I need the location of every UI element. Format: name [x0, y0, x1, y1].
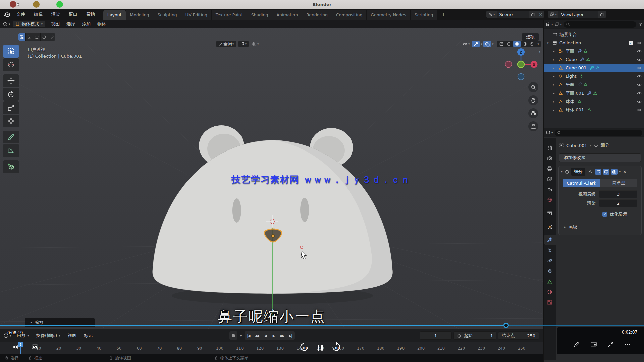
hide-eye-icon[interactable]: [637, 99, 642, 104]
outliner-editor-type-button[interactable]: ▾: [546, 22, 553, 27]
properties-tab-render[interactable]: [544, 153, 556, 163]
overlays-toggle[interactable]: [483, 41, 491, 47]
outliner-item-label[interactable]: Cube: [566, 57, 577, 62]
shading-wireframe-button[interactable]: [505, 41, 513, 47]
scene-name[interactable]: Scene: [497, 12, 529, 17]
box-select-2-button[interactable]: [33, 33, 41, 41]
keying-dropdown[interactable]: ▾: [240, 334, 242, 337]
next-keyframe-button[interactable]: ◆▶: [278, 331, 286, 340]
object-type-icon[interactable]: [558, 108, 564, 112]
jump-to-start-button[interactable]: |◀: [245, 331, 253, 340]
auto-keying-button[interactable]: [229, 331, 237, 340]
exit-fullscreen-icon[interactable]: [607, 341, 614, 348]
breadcrumb-modifier[interactable]: 细分: [601, 142, 609, 148]
circle-select-button[interactable]: [41, 33, 48, 41]
properties-tab-output[interactable]: [544, 163, 556, 174]
gizmo-x-neg-axis[interactable]: [505, 61, 512, 68]
hide-eye-icon[interactable]: [637, 74, 642, 79]
row-meshtri-icon[interactable]: [577, 99, 582, 104]
shading-rendered-button[interactable]: [529, 41, 536, 47]
pip-icon[interactable]: [590, 341, 597, 348]
blender-logo-icon[interactable]: [3, 11, 11, 17]
more-options-icon[interactable]: [624, 341, 631, 348]
outliner-row-Cube.001[interactable]: ▸ Cube.001: [544, 64, 644, 72]
row-wrench-icon[interactable]: [577, 49, 582, 53]
collection-checkbox[interactable]: ✓: [629, 41, 633, 45]
rewind-10-button[interactable]: 10: [299, 342, 309, 352]
cursor-3d-tool[interactable]: [3, 58, 19, 71]
outliner-item-label[interactable]: 平面: [566, 82, 574, 88]
tab-shading[interactable]: Shading: [247, 10, 273, 20]
row-meshtri-icon[interactable]: [583, 82, 588, 87]
object-type-icon[interactable]: [558, 66, 564, 70]
object-visibility-dropdown[interactable]: ▾: [461, 41, 471, 47]
outliner-item-label[interactable]: 球体.001: [566, 107, 584, 113]
lasso-select-button[interactable]: [48, 33, 55, 41]
field-value[interactable]: 2: [599, 199, 637, 207]
modifier-realtime-toggle[interactable]: [603, 169, 609, 175]
row-wrench-icon[interactable]: [577, 82, 582, 87]
tab-uv-editing[interactable]: UV Editing: [181, 10, 212, 20]
viewport-3d[interactable]: ▾ 物体模式▾ 视图选择添加物体 全局▾ ▾ ▾ ▾: [0, 20, 543, 329]
shading-material-button[interactable]: [521, 41, 528, 47]
properties-tab-constraints[interactable]: [544, 266, 556, 276]
viewlayer-copy-button[interactable]: [598, 11, 606, 18]
notes-pencil-icon[interactable]: [573, 341, 580, 348]
transform-tool[interactable]: [3, 115, 19, 127]
object-type-icon[interactable]: [558, 99, 564, 104]
row-wrench-icon[interactable]: [580, 57, 584, 62]
gizmos-toggle[interactable]: [472, 41, 480, 47]
viewport-menu-视图[interactable]: 视图: [48, 20, 63, 28]
tab-animation[interactable]: Animation: [272, 10, 302, 20]
timeline-menu-视图[interactable]: 视图: [65, 331, 79, 340]
gizmo-y-axis[interactable]: [518, 61, 524, 68]
zoom-view-button[interactable]: [528, 82, 538, 92]
tab-modeling[interactable]: Modeling: [126, 10, 154, 20]
properties-tab-material[interactable]: [544, 287, 556, 297]
forward-30-button[interactable]: 30: [331, 342, 341, 352]
viewlayer-icon[interactable]: ▾: [548, 11, 558, 18]
shading-solid-button[interactable]: [513, 41, 521, 47]
properties-tab-particles[interactable]: [544, 245, 556, 255]
mode-selector[interactable]: 物体模式▾: [13, 21, 45, 27]
frame-start-field[interactable]: 起始 1: [453, 331, 496, 340]
breadcrumb-object[interactable]: Cube.001: [566, 143, 587, 148]
frame-end-field[interactable]: 结束点 250: [498, 331, 539, 340]
properties-tab-object[interactable]: [544, 221, 556, 232]
menu-编辑[interactable]: 编辑: [30, 10, 46, 19]
outliner-row-Light[interactable]: ▸ Light: [544, 72, 644, 80]
properties-search-input[interactable]: [555, 130, 642, 136]
tab-rendering[interactable]: Rendering: [302, 10, 332, 20]
modifier-name-field[interactable]: 细分: [571, 168, 585, 176]
select-box-tool[interactable]: [3, 45, 19, 58]
hide-eye-icon[interactable]: [637, 49, 642, 54]
timeline-menu-标记[interactable]: 标记: [81, 331, 96, 340]
scale-tool[interactable]: [3, 101, 19, 114]
menu-渲染[interactable]: 渲染: [48, 10, 64, 19]
properties-editor-type-button[interactable]: ▾: [546, 130, 553, 135]
properties-tab-world[interactable]: [544, 194, 556, 205]
optimal-display-checkbox[interactable]: ✓: [602, 212, 607, 217]
hide-eye-icon[interactable]: [637, 108, 642, 112]
rotate-tool[interactable]: [3, 88, 19, 101]
row-lightdata-icon[interactable]: [579, 74, 584, 78]
gizmo-z-neg-axis[interactable]: [518, 74, 524, 80]
viewport-menu-选择[interactable]: 选择: [63, 20, 78, 28]
advanced-section[interactable]: ▸高级: [564, 224, 641, 230]
menu-窗口[interactable]: 窗口: [65, 10, 81, 19]
object-type-icon[interactable]: [558, 57, 564, 62]
object-type-icon[interactable]: [558, 49, 564, 54]
properties-tab-texture[interactable]: [544, 297, 556, 307]
row-meshtri-icon[interactable]: [587, 108, 591, 112]
transform-orientation[interactable]: 全局▾: [216, 41, 236, 47]
outliner-row-平面[interactable]: ▸ 平面: [544, 47, 644, 55]
modifier-render-toggle[interactable]: [611, 169, 618, 175]
modifier-expand-icon[interactable]: ▾: [561, 170, 563, 173]
tab-sculpting[interactable]: Sculpting: [153, 10, 181, 20]
tab-layout[interactable]: Layout: [103, 10, 126, 20]
object-type-icon[interactable]: [552, 41, 558, 45]
outliner-item-label[interactable]: Collection: [559, 40, 581, 45]
tab-texture-paint[interactable]: Texture Paint: [212, 10, 247, 20]
row-meshtri-icon[interactable]: [593, 91, 597, 95]
scene-selector[interactable]: ▾ Scene ✕: [486, 11, 544, 18]
